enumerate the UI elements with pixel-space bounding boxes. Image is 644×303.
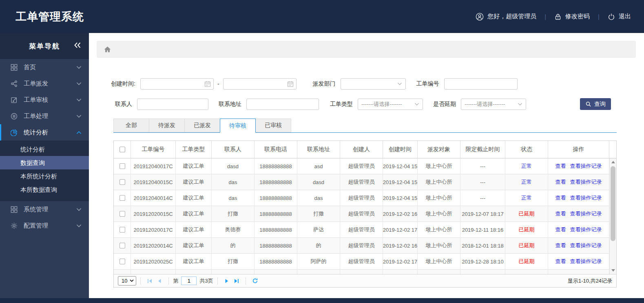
- column-header-5: 联系地址: [297, 141, 340, 158]
- user-greeting[interactable]: 您好，超级管理员: [476, 13, 536, 21]
- dispatch-dept-select[interactable]: [341, 78, 406, 90]
- view-log-link[interactable]: 查看操作记录: [570, 226, 602, 233]
- column-header-8: 派发对象: [418, 141, 460, 158]
- view-link[interactable]: 查看: [555, 242, 566, 249]
- sidebar-item-config[interactable]: 配置管理: [0, 217, 89, 234]
- first-page-button[interactable]: [147, 278, 153, 284]
- sidebar-item-stats[interactable]: 统计分析: [0, 124, 89, 141]
- actions-cell: 查看查看操作记录: [548, 158, 609, 174]
- sidebar-item-label: 配置管理: [24, 222, 48, 230]
- calendar-icon[interactable]: [287, 81, 294, 87]
- search-button-label: 查询: [594, 101, 606, 108]
- sidebar-item-home[interactable]: 首页: [0, 59, 89, 75]
- contact-address-input[interactable]: [247, 99, 319, 110]
- change-password-button[interactable]: 修改密码: [554, 13, 590, 20]
- view-link[interactable]: 查看: [555, 178, 566, 186]
- row-checkbox[interactable]: [120, 227, 125, 233]
- view-link[interactable]: 查看: [555, 258, 566, 265]
- sidebar-title: 菜单导航: [29, 42, 60, 51]
- cell-contact: 的: [212, 238, 255, 254]
- view-log-link[interactable]: 查看操作记录: [570, 194, 602, 202]
- select-all-checkbox[interactable]: [120, 147, 125, 152]
- sidebar-item-dispatch[interactable]: 工单派发: [0, 75, 89, 92]
- view-log-link[interactable]: 查看操作记录: [570, 178, 602, 186]
- sidebar-subitem-local-stats-analysis[interactable]: 本所统计分析: [0, 169, 89, 183]
- empty-cell: [297, 270, 340, 274]
- topbar-right: 您好，超级管理员 | 修改密码 | 退出: [476, 13, 631, 21]
- search-button[interactable]: 查询: [580, 98, 611, 110]
- scrollbar-thumb[interactable]: [611, 166, 615, 241]
- contact-field[interactable]: [137, 99, 208, 110]
- create-time-to-field[interactable]: [223, 78, 297, 90]
- tab-已派发[interactable]: 已派发: [184, 119, 220, 132]
- row-checkbox[interactable]: [120, 195, 125, 201]
- sidebar-item-system[interactable]: 系统管理: [0, 201, 89, 217]
- row-checkbox[interactable]: [120, 179, 125, 185]
- breadcrumb: [97, 41, 636, 58]
- sidebar-subitem-local-data-query[interactable]: 本所数据查询: [0, 183, 89, 196]
- double-chevron-left-icon[interactable]: [73, 42, 82, 48]
- cell-deadline: 2019-12-11 18:16: [460, 222, 505, 238]
- actions-cell: 查看查看操作记录: [548, 190, 609, 206]
- is-delayed-select[interactable]: -------请选择-------: [461, 99, 526, 110]
- view-log-link[interactable]: 查看操作记录: [570, 258, 602, 265]
- chevron-down-icon: [76, 208, 82, 211]
- contact-address-field[interactable]: [246, 99, 319, 110]
- calendar-icon[interactable]: [204, 81, 211, 87]
- refresh-icon[interactable]: [252, 278, 258, 284]
- view-link[interactable]: 查看: [555, 162, 566, 170]
- row-checkbox[interactable]: [120, 163, 125, 169]
- cell-phone: 18888888888: [255, 254, 297, 270]
- cell-phone: 18888888888: [255, 174, 297, 190]
- logout-button[interactable]: 退出: [608, 13, 631, 20]
- tab-待派发[interactable]: 待派发: [149, 119, 185, 132]
- sidebar-subitem-data-query[interactable]: 数据查询: [0, 156, 89, 169]
- create-time-from-input[interactable]: [141, 79, 213, 89]
- view-link[interactable]: 查看: [555, 226, 566, 233]
- cell-address: dasd: [297, 174, 340, 190]
- cell-contact: das: [212, 190, 255, 206]
- row-checkbox[interactable]: [120, 259, 125, 264]
- sidebar-submenu: 统计分析数据查询本所统计分析本所数据查询: [0, 141, 89, 201]
- power-icon: [608, 13, 615, 20]
- dispatch-dept-label: 派发部门: [313, 80, 336, 88]
- page-size-select[interactable]: 10: [118, 276, 136, 285]
- prev-page-button[interactable]: [157, 278, 162, 284]
- view-log-link[interactable]: 查看操作记录: [570, 242, 602, 249]
- view-link[interactable]: 查看: [555, 194, 566, 202]
- view-log-link[interactable]: 查看操作记录: [570, 162, 602, 170]
- cell-created: 2019-12-04 15: [383, 174, 418, 190]
- table-row: 201912020014C建议工单的18888888888的超级管理员2019-…: [114, 238, 609, 254]
- status-badge: 已延期: [505, 254, 548, 270]
- order-type-select[interactable]: -------请选择-------: [358, 99, 423, 110]
- cell-created: 2019-12-04 15: [383, 158, 418, 174]
- row-checkbox[interactable]: [120, 211, 125, 217]
- cell-created: 2019-12-02 17: [383, 254, 418, 270]
- create-time-from-field[interactable]: [140, 78, 214, 90]
- order-no-input[interactable]: [445, 79, 517, 89]
- scroll-up-icon[interactable]: [610, 159, 616, 165]
- sidebar-item-label: 工单派发: [24, 80, 48, 88]
- contact-input[interactable]: [137, 99, 208, 110]
- tab-待审核[interactable]: 待审核: [220, 119, 256, 133]
- tab-全部[interactable]: 全部: [113, 119, 149, 132]
- home-icon[interactable]: [104, 46, 111, 53]
- sidebar-item-review[interactable]: 工单审核: [0, 92, 89, 108]
- grid-icon: [11, 64, 18, 71]
- sidebar-subitem-stats-analysis[interactable]: 统计分析: [0, 143, 89, 156]
- sidebar-item-process[interactable]: 工单处理: [0, 108, 89, 124]
- last-page-button[interactable]: [234, 278, 239, 284]
- scroll-down-icon[interactable]: [610, 267, 616, 274]
- cell-order_type: 建议工单: [176, 158, 212, 174]
- vertical-scrollbar[interactable]: [609, 158, 616, 274]
- create-time-to-input[interactable]: [224, 79, 296, 89]
- sidebar-menu: 首页工单派发工单审核工单处理统计分析统计分析数据查询本所统计分析本所数据查询系统…: [0, 59, 89, 234]
- tab-已审核[interactable]: 已审核: [255, 119, 291, 132]
- view-log-link[interactable]: 查看操作记录: [570, 210, 602, 217]
- order-no-field[interactable]: [444, 78, 518, 90]
- select-all-cell: [114, 141, 131, 158]
- view-link[interactable]: 查看: [555, 210, 566, 217]
- row-checkbox[interactable]: [120, 243, 125, 248]
- next-page-button[interactable]: [224, 278, 230, 284]
- page-number-input[interactable]: [181, 277, 197, 285]
